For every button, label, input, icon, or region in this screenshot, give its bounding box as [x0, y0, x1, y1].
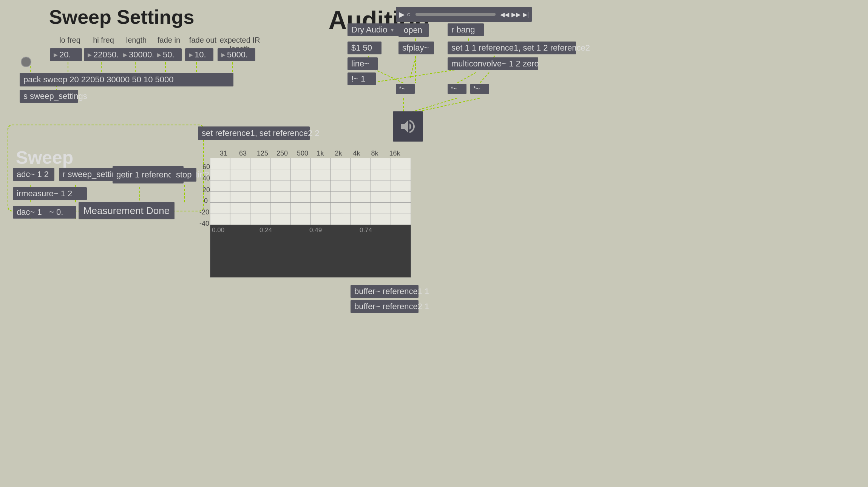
y-label-60: 60 [202, 163, 210, 171]
dac-node: dac~ 1 [13, 206, 47, 219]
tilde-mult-2: *~ [448, 84, 466, 94]
measurement-done-node: Measurement Done [79, 202, 175, 219]
pack-node: pack sweep 20 22050 30000 50 10 5000 [20, 73, 233, 86]
tilde-mult-3: *~ [470, 84, 489, 94]
line-tilde-node: line~ [348, 57, 378, 70]
multiconvolve-node: multiconvolve~ 1 2 zero [448, 57, 538, 70]
circle-icon: ○ [407, 11, 411, 18]
tilde-mult-1: *~ [396, 84, 415, 94]
y-label-20: 20 [202, 186, 210, 194]
irmeasure-node: irmeasure~ 1 2 [13, 187, 87, 200]
lo-freq-input[interactable]: 20. [50, 48, 82, 61]
fade-out-label: fade out [188, 36, 218, 45]
sweep-settings-title: Sweep Settings [49, 6, 194, 28]
x-label-2k: 2k [331, 149, 346, 157]
transport-progress[interactable] [415, 13, 496, 16]
sweep-inner-title: Sweep [16, 147, 73, 168]
time-label-2: 0.49 [309, 227, 322, 234]
waveform-display: 0.00 0.24 0.49 0.74 [210, 225, 411, 277]
exclamation-tilde-node: !~ 1 [348, 72, 376, 85]
x-label-31: 31 [213, 149, 234, 157]
length-input[interactable]: 30000. [119, 48, 157, 61]
open-button[interactable]: open [398, 23, 429, 37]
hi-freq-label: hi freq [88, 36, 119, 45]
time-label-0: 0.00 [212, 227, 224, 234]
transport-bar[interactable]: ▶ ○ ◀◀ ▶▶ ▶| [396, 7, 532, 22]
adc-node: adc~ 1 2 [13, 168, 54, 181]
buffer-ref2-node: buffer~ reference2 1 [351, 300, 419, 313]
x-label-1k: 1k [313, 149, 328, 157]
x-label-16k: 16k [385, 149, 404, 157]
dry-audio-dropdown[interactable]: Dry Audio [348, 23, 404, 36]
tilde-zero-node: ~ 0. [45, 206, 76, 219]
x-label-4k: 4k [349, 149, 364, 157]
x-label-63: 63 [233, 149, 253, 157]
prev-icon[interactable]: ◀◀ [500, 11, 509, 18]
svg-line-16 [374, 69, 403, 83]
time-label-1: 0.24 [259, 227, 272, 234]
y-label-0: 0 [204, 197, 208, 205]
x-label-500: 500 [292, 149, 313, 157]
svg-line-25 [407, 98, 457, 113]
fade-out-input[interactable]: 10. [185, 48, 213, 61]
y-label-40: 40 [202, 174, 210, 182]
ir-length-input[interactable]: 5000. [218, 48, 255, 61]
dollar-node: $1 50 [348, 42, 381, 54]
set-reference-node-audition: set 1 1 reference1, set 1 2 reference2 [448, 42, 576, 54]
speaker-icon [399, 117, 417, 136]
stop-button[interactable]: stop [171, 168, 196, 182]
x-label-125: 125 [252, 149, 273, 157]
circle-toggle[interactable] [21, 57, 31, 67]
y-label-neg20: -20 [199, 208, 209, 216]
lo-freq-label: lo freq [55, 36, 85, 45]
x-label-250: 250 [272, 149, 292, 157]
next-icon[interactable]: ▶▶ [511, 11, 520, 18]
svg-line-15 [410, 57, 415, 79]
play-icon[interactable]: ▶ [399, 10, 405, 19]
svg-line-23 [480, 72, 489, 83]
svg-line-22 [457, 72, 476, 83]
speaker-icon-box[interactable] [393, 111, 423, 142]
time-label-3: 0.74 [360, 227, 372, 234]
r-bang-node: r bang [448, 23, 484, 36]
y-label-neg40: -40 [199, 220, 209, 228]
svg-line-26 [411, 98, 480, 113]
spectrum-grid [210, 158, 411, 225]
fade-in-label: fade in [156, 36, 182, 45]
x-label-8k: 8k [367, 149, 382, 157]
fade-in-input[interactable]: 50. [153, 48, 182, 61]
hi-freq-input[interactable]: 22050. [84, 48, 122, 61]
set-reference-node: set reference1, set reference2 2 [198, 126, 310, 140]
send-sweep-settings-node: s sweep_settings [20, 90, 78, 103]
end-icon[interactable]: ▶| [523, 11, 529, 18]
buffer-ref1-node: buffer~ reference1 1 [351, 285, 419, 298]
sfplay-node: sfplay~ [398, 42, 434, 54]
length-label: length [123, 36, 150, 45]
